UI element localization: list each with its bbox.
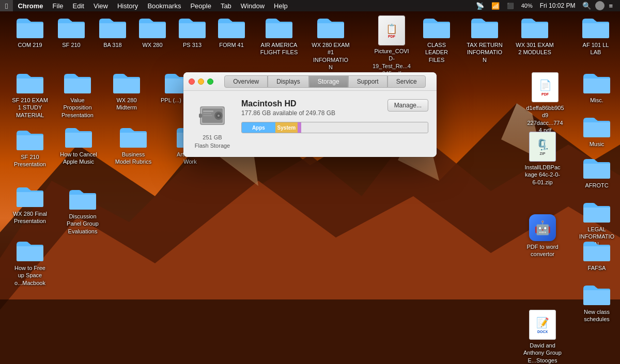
- storage-size: 251 GB: [203, 134, 222, 140]
- folder-new-class[interactable]: New class schedules: [576, 281, 617, 324]
- hdd-icon: [196, 99, 229, 132]
- folder-sf210exam[interactable]: SF 210 EXAM 1 STUDY MATERIAL: [9, 70, 51, 119]
- storage-bar: Apps System: [241, 122, 428, 133]
- folder-music[interactable]: Music: [576, 114, 617, 148]
- tab-displays[interactable]: Displays: [268, 75, 308, 88]
- label-sf210exam: SF 210 EXAM 1 STUDY MATERIAL: [9, 96, 51, 119]
- label-wx280-exam: WX 280 EXAM #1 INFORMATION: [310, 41, 351, 71]
- label-music: Music: [588, 140, 606, 148]
- label-wx301: WX 301 EXAM 2 MODULES: [514, 41, 555, 57]
- bar-other: [298, 122, 301, 133]
- folder-tax-return[interactable]: TAX RETURN INFORMATION: [464, 14, 505, 64]
- menu-file[interactable]: File: [48, 0, 68, 11]
- bar-apps: Apps: [242, 122, 275, 133]
- label-class-leader: CLASS LEADER FILES: [416, 41, 457, 64]
- menu-edit[interactable]: Edit: [68, 0, 89, 11]
- menu-window[interactable]: Window: [236, 0, 269, 11]
- label-com219: COM 219: [16, 41, 43, 49]
- folder-free-space[interactable]: How to Free up Space o...Macbook: [9, 238, 51, 287]
- svg-rect-17: [199, 114, 202, 118]
- storage-type: Flash Storage: [195, 143, 230, 149]
- storage-section: 251 GB Flash Storage Macintosh HD 177.86…: [192, 99, 428, 149]
- bar-free: [301, 122, 428, 133]
- label-new-class: New class schedules: [576, 308, 617, 324]
- file-d1effa[interactable]: 📄 PDF d1effa86bb905d9 227dacc...7744.pdf: [524, 72, 566, 134]
- svg-rect-15: [203, 113, 211, 114]
- label-wx280mid: WX 280 Midterm: [106, 96, 147, 112]
- label-value-prop: Value Proposition Presentation: [57, 96, 98, 119]
- minimize-button[interactable]: [198, 78, 204, 85]
- label-wx280final: WX 280 Final Presentation: [9, 210, 51, 226]
- tab-storage[interactable]: Storage: [309, 75, 348, 88]
- clock: Fri 10:02 PM: [537, 0, 579, 11]
- folder-discussion[interactable]: Discussion Panel Group Evaluations: [62, 186, 103, 235]
- airdrop-icon: 📡: [473, 0, 487, 11]
- bar-system: System: [275, 122, 298, 133]
- file-david-docx[interactable]: 📝 DOCX David and Anthony Group E...Stoog…: [522, 310, 563, 364]
- folder-misc[interactable]: Misc.: [576, 70, 617, 104]
- desktop:  Chrome File Edit View History Bookmark…: [0, 0, 620, 364]
- menu-view[interactable]: View: [89, 0, 113, 11]
- menubar:  Chrome File Edit View History Bookmark…: [0, 0, 620, 11]
- tab-service[interactable]: Service: [388, 75, 426, 88]
- label-ps313: PS 313: [181, 41, 203, 49]
- menu-tab[interactable]: Tab: [216, 0, 236, 11]
- folder-afrotc[interactable]: AFROTC: [576, 155, 617, 189]
- folder-wx280final[interactable]: WX 280 Final Presentation: [9, 183, 51, 226]
- file-covid-pdf[interactable]: 📋 PDF Picture_COVID-19_Test_Re...4045.pd…: [371, 15, 412, 77]
- folder-class-leader[interactable]: CLASS LEADER FILES: [416, 14, 457, 64]
- tab-support[interactable]: Support: [348, 75, 388, 88]
- menu-people[interactable]: People: [185, 0, 215, 11]
- svg-point-13: [218, 115, 220, 117]
- menu-extras-icon[interactable]: ≡: [606, 0, 616, 11]
- folder-sf210[interactable]: SF 210: [51, 14, 92, 49]
- label-d1effa: d1effa86bb905d9 227dacc...7744.pdf: [524, 104, 566, 134]
- label-fafsa: FAFSA: [586, 264, 608, 272]
- tab-overview[interactable]: Overview: [224, 75, 268, 88]
- maximize-button[interactable]: [207, 78, 213, 85]
- label-sf210pres: SF 210 Presentation: [9, 153, 51, 169]
- apple-menu[interactable]: : [0, 0, 13, 11]
- menu-history[interactable]: History: [113, 0, 143, 11]
- folder-af101[interactable]: AF 101 LL LAB: [575, 14, 616, 57]
- folder-ps313[interactable]: PS 313: [172, 14, 213, 49]
- label-install-zip: InstallLDBPackage 64c-2-0-6-01.zip: [522, 163, 563, 186]
- folder-air-america[interactable]: AIR AMERICA FLIGHT FILES: [258, 14, 300, 57]
- system-info-window: Overview Displays Storage Support Servic…: [183, 72, 437, 157]
- menu-bookmarks[interactable]: Bookmarks: [143, 0, 185, 11]
- folder-business-model[interactable]: Business Model Rubrics: [113, 124, 154, 166]
- label-af101: AF 101 LL LAB: [575, 41, 616, 57]
- folder-wx280mid[interactable]: WX 280 Midterm: [106, 70, 147, 112]
- folder-sf210pres[interactable]: SF 210 Presentation: [9, 126, 51, 169]
- manage-button[interactable]: Manage...: [388, 99, 428, 112]
- folder-value-prop[interactable]: Value Proposition Presentation: [57, 70, 98, 119]
- storage-info: Macintosh HD 177.86 GB available of 249.…: [241, 99, 428, 136]
- app-name[interactable]: Chrome: [13, 0, 48, 11]
- spotlight-icon[interactable]: 🔍: [579, 0, 594, 11]
- folder-wx280-exam[interactable]: WX 280 EXAM #1 INFORMATION: [310, 14, 351, 71]
- file-install-zip[interactable]: 🗜️ ZIP InstallLDBPackage 64c-2-0-6-01.zi…: [522, 132, 563, 186]
- folder-form41[interactable]: FORM 41: [211, 14, 252, 49]
- svg-rect-16: [203, 115, 212, 116]
- label-wx280: WX 280: [141, 41, 164, 49]
- close-button[interactable]: [189, 78, 195, 85]
- folder-com219[interactable]: COM 219: [9, 14, 51, 49]
- drive-available: 177.86 GB available of 249.78 GB: [241, 109, 335, 117]
- label-david-docx: David and Anthony Group E...Stooges: [522, 341, 563, 364]
- label-air-america: AIR AMERICA FLIGHT FILES: [258, 41, 300, 57]
- folder-ba318[interactable]: BA 318: [92, 14, 133, 49]
- wifi-icon[interactable]: 📶: [488, 0, 503, 11]
- label-business-model: Business Model Rubrics: [113, 150, 154, 166]
- app-pdf-word[interactable]: 🤖 PDF to word convertor: [522, 214, 563, 259]
- profile-icon[interactable]: [595, 1, 605, 10]
- folder-wx301[interactable]: WX 301 EXAM 2 MODULES: [514, 14, 555, 57]
- folder-cancel-apple[interactable]: How to Cancel Apple Music: [58, 124, 99, 166]
- folder-wx280[interactable]: WX 280: [132, 14, 173, 49]
- label-tax-return: TAX RETURN INFORMATION: [464, 41, 505, 64]
- drive-name: Macintosh HD: [241, 99, 335, 108]
- folder-fafsa[interactable]: FAFSA: [576, 238, 617, 272]
- label-misc: Misc.: [588, 96, 605, 104]
- label-sf210: SF 210: [60, 41, 82, 49]
- menu-help[interactable]: Help: [269, 0, 292, 11]
- screen-icon[interactable]: ⬛: [504, 0, 517, 11]
